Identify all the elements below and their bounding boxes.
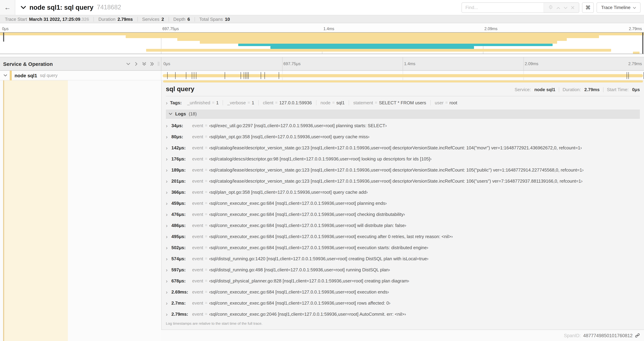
chevron-right-icon[interactable]: › bbox=[166, 267, 172, 272]
log-timestamp: 502μs: bbox=[172, 245, 191, 250]
log-marker bbox=[192, 72, 192, 79]
tag-equals: = bbox=[375, 100, 377, 105]
tag[interactable]: _verbose=1 bbox=[223, 100, 258, 105]
log-timestamp: 495μs: bbox=[172, 234, 191, 239]
tag[interactable]: client=127.0.0.1:59936 bbox=[258, 100, 316, 105]
expand-one-icon[interactable] bbox=[134, 62, 138, 66]
log-row[interactable]: ›459μs:event=‹sql/conn_executor_exec.go:… bbox=[166, 198, 640, 209]
expand-all-icon[interactable] bbox=[150, 62, 154, 66]
detail-header: sql query Service: node sql1 Duration: 2… bbox=[166, 85, 640, 96]
log-timestamp: 476μs: bbox=[172, 212, 191, 217]
chevron-right-icon[interactable]: › bbox=[166, 244, 172, 250]
log-row[interactable]: ›486μs:event=‹sql/conn_executor_exec.go:… bbox=[166, 220, 640, 231]
log-row[interactable]: ›2.69ms:event=‹sql/conn_executor_exec.go… bbox=[166, 286, 640, 297]
span-row[interactable]: node sql1 sql query bbox=[0, 71, 644, 80]
chevron-right-icon[interactable]: › bbox=[166, 300, 172, 306]
locate-icon[interactable] bbox=[548, 4, 553, 11]
tag[interactable]: node=sql1 bbox=[316, 100, 349, 105]
log-row[interactable]: ›597μs:event=‹sql/distsql_running.go:498… bbox=[166, 264, 640, 275]
timeline-minimap: 0μs697.75μs1.4ms2.09ms2.79ms bbox=[0, 23, 644, 54]
chevron-right-icon[interactable]: › bbox=[166, 211, 172, 217]
find-input[interactable] bbox=[462, 3, 544, 12]
chevron-right-icon[interactable]: › bbox=[166, 167, 172, 173]
minimap-canvas[interactable] bbox=[0, 32, 644, 54]
deep-link-icon[interactable] bbox=[635, 333, 640, 338]
chevron-right-icon[interactable]: › bbox=[166, 222, 172, 228]
chevron-down-icon[interactable] bbox=[168, 112, 172, 115]
log-field-value: ‹sql/conn_executor_exec.go:684 [nsql1,cl… bbox=[209, 289, 389, 294]
chevron-right-icon[interactable]: › bbox=[166, 145, 172, 151]
chevron-down-icon[interactable] bbox=[21, 6, 26, 9]
chevron-right-icon[interactable]: › bbox=[166, 200, 172, 206]
summary-value: 6 bbox=[188, 17, 190, 22]
chevron-right-icon[interactable]: › bbox=[166, 178, 172, 184]
chevron-right-icon[interactable]: › bbox=[166, 289, 172, 295]
log-row[interactable]: ›502μs:event=‹sql/conn_executor_exec.go:… bbox=[166, 242, 640, 253]
chevron-right-icon[interactable]: › bbox=[166, 100, 168, 106]
back-button[interactable]: ← bbox=[0, 0, 15, 15]
log-row[interactable]: ›476μs:event=‹sql/conn_executor_exec.go:… bbox=[166, 209, 640, 220]
chevron-down-icon[interactable] bbox=[4, 74, 7, 77]
log-row[interactable]: ›2.79ms:event=‹sql/conn_executor_exec.go… bbox=[166, 308, 640, 319]
span-duration-bar[interactable] bbox=[163, 74, 643, 77]
log-row[interactable]: ›678μs:event=‹sql/distsql_physical_plann… bbox=[166, 275, 640, 286]
detail-span-bar bbox=[163, 80, 643, 83]
tag[interactable]: user=root bbox=[430, 100, 461, 105]
find-next-icon[interactable] bbox=[564, 4, 568, 11]
span-bar-track[interactable] bbox=[161, 71, 644, 80]
log-row[interactable]: ›176μs:event=‹sql/catalog/descs/descript… bbox=[166, 153, 640, 164]
minimap-left-scrubber[interactable] bbox=[3, 33, 4, 42]
log-row[interactable]: ›2.7ms:event=‹sql/conn_executor_exec.go:… bbox=[166, 297, 640, 308]
start-time-label: Start Time: bbox=[607, 87, 628, 92]
minimap-span-bar bbox=[0, 33, 644, 35]
log-field-key: event bbox=[192, 311, 203, 316]
log-row[interactable]: ›80μs:event=‹sql/plan_opt.go:358 [nsql1,… bbox=[166, 131, 640, 142]
tag-value: SELECT * FROM users bbox=[379, 100, 426, 105]
find-clear-icon[interactable] bbox=[571, 4, 574, 11]
chevron-right-icon[interactable]: › bbox=[166, 311, 172, 317]
column-resize-handle[interactable] bbox=[158, 62, 159, 66]
minimap-right-scrubber[interactable] bbox=[642, 33, 643, 54]
tag-key: user bbox=[435, 100, 444, 105]
span-id-label: SpanID: bbox=[564, 333, 581, 338]
collapse-one-icon[interactable] bbox=[126, 62, 130, 66]
chevron-right-icon[interactable]: › bbox=[166, 156, 172, 162]
tags-row[interactable]: › Tags: _unfinished=1_verbose=1client=12… bbox=[166, 98, 640, 107]
chevron-right-icon[interactable]: › bbox=[166, 134, 172, 140]
log-marker bbox=[244, 72, 244, 79]
log-row[interactable]: ›495μs:event=‹sql/conn_executor_exec.go:… bbox=[166, 231, 640, 242]
chevron-right-icon[interactable]: › bbox=[166, 123, 172, 128]
log-timestamp: 189μs: bbox=[172, 167, 191, 172]
summary-label: Total Spans bbox=[199, 17, 223, 22]
minimap-span-bar bbox=[238, 44, 552, 46]
tag-equals: = bbox=[445, 100, 448, 105]
log-row[interactable]: ›189μs:event=‹sql/catalog/lease/descript… bbox=[166, 164, 640, 175]
log-row[interactable]: ›574μs:event=‹sql/distsql_running.go:142… bbox=[166, 253, 640, 264]
chevron-right-icon[interactable]: › bbox=[166, 278, 172, 284]
log-equals: = bbox=[205, 234, 208, 239]
span-color-accent bbox=[10, 71, 12, 80]
keyboard-shortcuts-button[interactable]: ⌘ bbox=[582, 2, 594, 13]
tag[interactable]: statement=SELECT * FROM users bbox=[349, 100, 430, 105]
minimap-rows bbox=[0, 33, 644, 54]
log-row[interactable]: ›142μs:event=‹sql/catalog/lease/descript… bbox=[166, 142, 640, 153]
log-timestamp: 80μs: bbox=[172, 134, 191, 139]
view-selector-button[interactable]: Trace Timeline bbox=[596, 2, 640, 13]
find-prev-icon[interactable] bbox=[556, 4, 560, 11]
span-service-name: node sql1 bbox=[14, 73, 37, 78]
tag-value: 127.0.0.1:59936 bbox=[279, 100, 312, 105]
chevron-right-icon[interactable]: › bbox=[166, 233, 172, 239]
summary-value: March 31 2022, 17:25:09 bbox=[29, 17, 80, 22]
chevron-right-icon[interactable]: › bbox=[166, 189, 172, 195]
log-row[interactable]: ›34μs:event=‹sql/exec_util.go:2297 [nsql… bbox=[166, 120, 640, 131]
log-row[interactable]: ›201μs:event=‹sql/catalog/lease/descript… bbox=[166, 175, 640, 186]
logs-header[interactable]: Logs (18) bbox=[166, 110, 640, 119]
tag[interactable]: _unfinished=1 bbox=[183, 100, 223, 105]
log-row[interactable]: ›366μs:event=‹sql/plan_opt.go:358 [nsql1… bbox=[166, 186, 640, 198]
log-timestamp: 201μs: bbox=[172, 178, 191, 183]
span-name-cell[interactable]: node sql1 sql query bbox=[0, 71, 161, 80]
tag-value: root bbox=[450, 100, 457, 105]
collapse-all-icon[interactable] bbox=[142, 62, 146, 66]
log-marker bbox=[225, 72, 225, 79]
chevron-right-icon[interactable]: › bbox=[166, 256, 172, 261]
